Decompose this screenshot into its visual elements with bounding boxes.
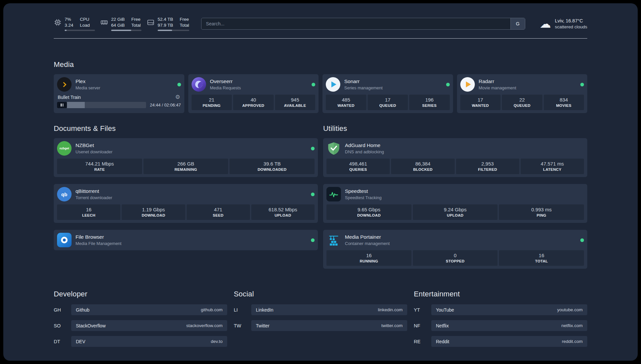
search-bar: G bbox=[201, 18, 525, 30]
memory-icon bbox=[100, 18, 108, 28]
stat-value: 744.21 Mbps bbox=[58, 161, 141, 167]
service-name: Radarr bbox=[479, 78, 516, 84]
stat-cell: 2,953 FILTERED bbox=[456, 159, 519, 174]
bookmark-dev[interactable]: DT DEV dev.to bbox=[54, 336, 227, 347]
bookmark-abbr: GH bbox=[54, 307, 66, 313]
stat-label: UPLOAD bbox=[414, 213, 497, 217]
stat-label: QUEUED bbox=[369, 104, 407, 107]
stat-label: UPLOAD bbox=[253, 213, 313, 217]
disk-free-label: Free bbox=[180, 16, 189, 22]
service-card-radarr[interactable]: Radarr Movie management 17 WANTED 22 QUE… bbox=[457, 74, 588, 113]
stat-label: FILTERED bbox=[457, 167, 518, 171]
section-title-entertainment: Entertainment bbox=[414, 290, 587, 298]
service-name: Sonarr bbox=[344, 78, 382, 84]
stat-value: 16 bbox=[328, 253, 410, 258]
stat-value: 16 bbox=[58, 207, 119, 212]
gear-icon[interactable]: ⚙ bbox=[175, 94, 180, 100]
search-provider-button[interactable]: G bbox=[510, 18, 525, 29]
bookmark-url: youtube.com bbox=[557, 307, 583, 312]
memory-free-value: 22 GiB bbox=[111, 16, 125, 22]
service-card-nzbget[interactable]: nzbget NZBGet Usenet downloader 744.21 M… bbox=[54, 138, 318, 177]
stat-value: 2,953 bbox=[457, 161, 518, 167]
service-name: Overseerr bbox=[210, 78, 241, 84]
qbittorrent-icon: qb bbox=[57, 187, 72, 201]
service-card-plex[interactable]: Plex Media server Bullet Train ⚙ bbox=[54, 74, 184, 113]
cpu-load-label: Load bbox=[80, 22, 90, 28]
stat-cell: 16 RUNNING bbox=[326, 250, 412, 266]
stat-label: DOWNLOAD bbox=[328, 213, 410, 217]
media-section: Media Plex Media server Bullet Tra bbox=[54, 60, 587, 113]
stat-value: 498,461 bbox=[328, 161, 388, 167]
bookmark-url: netflix.com bbox=[561, 323, 583, 328]
documents-section: Documents & Files nzbget NZBGet Usenet d… bbox=[54, 124, 318, 269]
bookmark-abbr: RE bbox=[414, 339, 426, 344]
stat-cell: 1.19 Gbps DOWNLOAD bbox=[122, 204, 185, 220]
bookmark-url: stackoverflow.com bbox=[186, 323, 223, 328]
stat-label: TOTAL bbox=[500, 259, 583, 263]
bookmark-github[interactable]: GH Github github.com bbox=[54, 304, 227, 315]
stat-value: 196 bbox=[411, 97, 448, 103]
service-card-adguard[interactable]: AdGuard Home DNS and adblocking 498,461 … bbox=[323, 138, 587, 177]
stat-cell: 21 PENDING bbox=[192, 95, 232, 110]
service-card-overseerr[interactable]: Overseerr Media Requests 21 PENDING 40 A… bbox=[188, 74, 319, 113]
stat-cell: 618.52 Mbps UPLOAD bbox=[251, 204, 315, 220]
bookmark-reddit[interactable]: RE Reddit reddit.com bbox=[414, 336, 587, 347]
stat-value: 945 bbox=[276, 97, 314, 103]
service-card-speedtest[interactable]: Speedtest Speedtest Tracking 9.65 Gbps D… bbox=[323, 184, 587, 223]
bookmark-linkedin[interactable]: LI LinkedIn linkedin.com bbox=[234, 304, 407, 315]
playback-progress-bar[interactable] bbox=[57, 102, 146, 108]
bookmark-name: Github bbox=[76, 307, 89, 313]
filebrowser-icon bbox=[57, 233, 72, 247]
bookmark-stackoverflow[interactable]: SO StackOverflow stackoverflow.com bbox=[54, 320, 227, 331]
stat-label: APPROVED bbox=[234, 104, 272, 107]
stat-value: 17 bbox=[462, 97, 500, 103]
bookmark-url: dev.to bbox=[211, 339, 223, 344]
stat-cell: 471 SEED bbox=[187, 204, 250, 220]
now-playing-title: Bullet Train bbox=[58, 95, 81, 100]
stat-cell: 0 STOPPED bbox=[413, 250, 498, 266]
service-desc: Media File Management bbox=[76, 241, 121, 246]
status-dot bbox=[311, 238, 315, 242]
stat-cell: 22 QUEUED bbox=[502, 95, 542, 110]
bookmark-youtube[interactable]: YT YouTube youtube.com bbox=[414, 304, 587, 315]
service-desc: Speedtest Tracking bbox=[345, 195, 382, 200]
search-input[interactable] bbox=[201, 18, 525, 30]
stat-cell: 17 QUEUED bbox=[368, 95, 408, 110]
playback-progress-fill bbox=[67, 102, 85, 108]
bookmark-netflix[interactable]: NF Netflix netflix.com bbox=[414, 320, 587, 331]
status-dot bbox=[446, 83, 450, 86]
stat-cell: 945 AVAILABLE bbox=[275, 95, 316, 110]
bookmark-twitter[interactable]: TW Twitter twitter.com bbox=[234, 320, 407, 331]
radarr-icon bbox=[460, 77, 475, 92]
cpu-widget: 7% 3.24 CPU Load bbox=[54, 16, 95, 31]
pause-button[interactable] bbox=[57, 102, 67, 108]
bookmark-name: StackOverflow bbox=[76, 323, 106, 328]
stat-cell: 266 GB REMAINING bbox=[143, 159, 229, 174]
section-title-developer: Developer bbox=[54, 290, 227, 298]
service-card-sonarr[interactable]: Sonarr Series management 485 WANTED 17 Q… bbox=[322, 74, 453, 113]
disk-progress-bar bbox=[158, 30, 189, 31]
stat-cell: 744.21 Mbps RATE bbox=[57, 159, 142, 174]
service-card-filebrowser[interactable]: File Browser Media File Management bbox=[54, 230, 318, 250]
stat-label: RATE bbox=[58, 167, 141, 171]
service-card-portainer[interactable]: Media Portainer Container management 16 … bbox=[323, 230, 587, 269]
cpu-progress-bar bbox=[65, 30, 95, 31]
stat-value: 16 bbox=[500, 253, 583, 258]
stat-label: AVAILABLE bbox=[276, 104, 314, 107]
stat-label: SEED bbox=[188, 213, 249, 217]
stat-label: DOWNLOAD bbox=[123, 213, 184, 217]
disk-free-value: 52.4 TB bbox=[158, 16, 173, 22]
cpu-icon bbox=[54, 18, 62, 28]
service-card-qbittorrent[interactable]: qb qBittorrent Torrent downloader 16 LEE… bbox=[54, 184, 318, 223]
section-title-documents: Documents & Files bbox=[54, 124, 318, 133]
stat-label: MOVIES bbox=[545, 104, 583, 107]
stat-value: 22 bbox=[503, 97, 541, 103]
stat-value: 618.52 Mbps bbox=[253, 207, 313, 212]
stat-label: STOPPED bbox=[414, 259, 497, 263]
status-dot bbox=[580, 238, 584, 242]
service-desc: Media Requests bbox=[210, 85, 241, 90]
service-name: NZBGet bbox=[76, 142, 112, 148]
stat-label: LEECH bbox=[58, 213, 119, 217]
cpu-percent: 7% bbox=[65, 16, 73, 22]
stat-label: DOWNLOADED bbox=[231, 167, 313, 171]
